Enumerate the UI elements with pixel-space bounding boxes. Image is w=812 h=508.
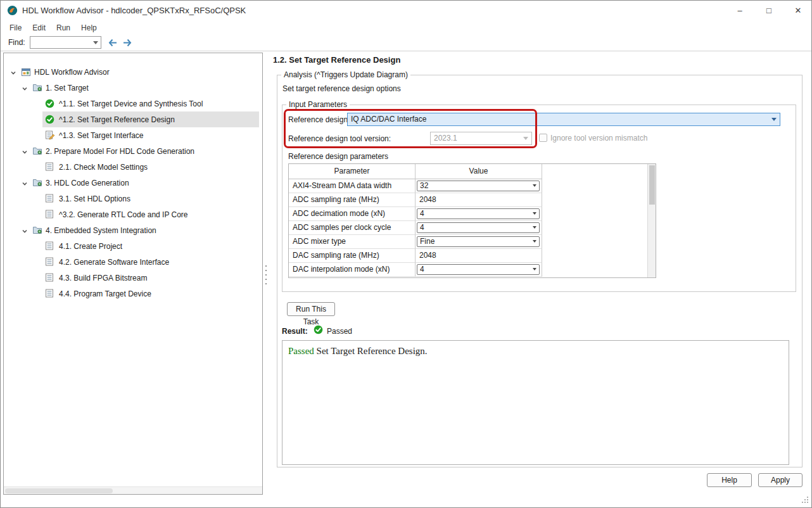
tree-item-2-1-check-model-settings[interactable]: 2.1. Check Model Settings (4, 159, 261, 175)
tool-version-value: 2023.1 (434, 132, 457, 144)
chevron-down-icon[interactable] (771, 118, 777, 121)
find-next-button[interactable] (120, 36, 133, 49)
scrollbar-thumb[interactable] (649, 165, 655, 205)
tree-item-prepare-model[interactable]: 2. Prepare Model For HDL Code Generation (4, 143, 261, 159)
resize-grip[interactable] (801, 495, 809, 506)
folder-icon (32, 83, 42, 94)
value-dropdown[interactable]: 4 (417, 264, 540, 275)
chevron-down-icon[interactable] (533, 226, 536, 229)
table-row: DAC sampling rate (MHz) 2048 (289, 249, 542, 263)
task-icon (45, 210, 54, 220)
value-dropdown[interactable]: Fine (417, 236, 540, 247)
task-icon (45, 289, 54, 300)
chevron-down-icon[interactable] (22, 85, 28, 94)
chevron-down-icon[interactable] (22, 180, 28, 189)
passed-check-icon (45, 115, 54, 126)
chevron-down-icon[interactable] (533, 212, 536, 215)
find-input[interactable] (32, 37, 91, 48)
tree-item-4-2-generate-software-interface[interactable]: 4.2. Generate Software Interface (4, 254, 261, 270)
passed-check-icon (314, 325, 323, 336)
parameter-cell: ADC mixer type (289, 235, 416, 249)
hdl-workflow-advisor-window: HDL Workflow Advisor - hdlcoder_QPSKTxRx… (0, 0, 812, 508)
tree-item-4-1-create-project[interactable]: 4.1. Create Project (4, 238, 261, 254)
table-row: ADC sampling rate (MHz) 2048 (289, 193, 542, 207)
tree-item-label: 4.3. Build FPGA Bitstream (59, 274, 147, 283)
chevron-down-icon[interactable] (10, 69, 16, 78)
reference-design-select[interactable]: IQ ADC/DAC Interface (347, 113, 780, 126)
tree-item-3-2-generate-rtl-code[interactable]: ^3.2. Generate RTL Code and IP Core (4, 206, 261, 222)
value-dropdown[interactable]: 4 (417, 208, 540, 219)
parameter-cell: AXI4-Stream DMA data width (289, 179, 416, 193)
find-toolbar: Find: (1, 35, 811, 51)
value-cell: 32 (416, 179, 542, 193)
ignore-tool-version-label: Ignore tool version mismatch (550, 134, 647, 143)
tree-item-embedded-system-integration[interactable]: 4. Embedded System Integration (4, 222, 261, 238)
tree-item-4-3-build-fpga-bitstream[interactable]: 4.3. Build FPGA Bitstream (4, 270, 261, 286)
tree-item-label: 4.4. Program Target Device (59, 289, 151, 298)
reference-design-value: IQ ADC/DAC Interface (351, 113, 426, 125)
find-combobox[interactable] (30, 36, 101, 49)
chevron-down-icon[interactable] (533, 268, 536, 270)
help-button[interactable]: Help (707, 473, 752, 487)
analysis-group-label: Analysis (^Triggers Update Diagram) (281, 70, 410, 79)
value-dropdown[interactable]: 4 (417, 222, 540, 233)
find-previous-button[interactable] (106, 36, 119, 49)
scrollbar-thumb[interactable] (5, 488, 113, 493)
chevron-down-icon[interactable] (533, 184, 536, 187)
tree-item-set-target[interactable]: 1. Set Target (4, 80, 261, 96)
reference-design-parameters-table: Parameter Value AXI4-Stream DMA data wid… (288, 163, 656, 278)
tree-item-label: ^1.2. Set Target Reference Design (59, 115, 175, 124)
chevron-down-icon[interactable] (533, 240, 536, 243)
tree-item-label: ^1.1. Set Target Device and Synthesis To… (59, 99, 203, 108)
tree-item-1-3-set-target-interface[interactable]: ^1.3. Set Target Interface (4, 127, 261, 143)
minimize-button[interactable]: – (725, 1, 754, 21)
tree-item-hdl-code-generation[interactable]: 3. HDL Code Generation (4, 175, 261, 191)
window-title: HDL Workflow Advisor - hdlcoder_QPSKTxRx… (22, 1, 246, 21)
value-field[interactable]: 2048 (419, 249, 436, 262)
table-row: ADC mixer type Fine (289, 235, 542, 249)
tree-item-label: 4.1. Create Project (59, 242, 122, 251)
back-arrow-icon (108, 39, 118, 47)
tree-horizontal-scrollbar[interactable] (4, 486, 262, 494)
ignore-tool-version-checkbox[interactable] (539, 134, 547, 142)
options-description: Set target reference design options (282, 84, 401, 93)
apply-button[interactable]: Apply (758, 473, 802, 487)
table-row: DAC interpolation mode (xN) 4 (289, 263, 542, 277)
table-vertical-scrollbar[interactable] (647, 164, 656, 277)
tool-version-select[interactable]: 2023.1 (430, 132, 532, 145)
tree-item-1-2-set-target-reference-design[interactable]: ^1.2. Set Target Reference Design (4, 111, 261, 127)
chevron-down-icon[interactable] (22, 148, 28, 157)
reference-design-label: Reference design: (288, 115, 350, 124)
report-status-word: Passed (288, 346, 314, 356)
menu-help[interactable]: Help (80, 23, 98, 32)
chevron-down-icon[interactable] (93, 41, 98, 44)
menu-run[interactable]: Run (55, 23, 72, 32)
run-this-task-button[interactable]: Run This Task (287, 302, 335, 316)
menu-edit[interactable]: Edit (31, 23, 47, 32)
parameter-cell: ADC samples per clock cycle (289, 221, 416, 235)
tree-item-4-4-program-target-device[interactable]: 4.4. Program Target Device (4, 286, 261, 302)
panel-splitter[interactable] (263, 264, 269, 286)
tree-item-hdl-workflow-advisor[interactable]: HDL Workflow Advisor (4, 64, 261, 80)
close-button[interactable]: ✕ (783, 1, 812, 21)
parameter-cell: ADC decimation mode (xN) (289, 207, 416, 221)
result-label: Result: (282, 327, 308, 336)
value-cell: 2048 (416, 193, 542, 207)
tree-item-1-1-set-target-device[interactable]: ^1.1. Set Target Device and Synthesis To… (4, 96, 261, 111)
tree-item-3-1-set-hdl-options[interactable]: 3.1. Set HDL Options (4, 191, 261, 206)
tree-item-label: 2. Prepare Model For HDL Code Generation (46, 147, 194, 156)
folder-icon (32, 178, 42, 189)
titlebar: HDL Workflow Advisor - hdlcoder_QPSKTxRx… (1, 1, 811, 21)
task-icon (45, 194, 54, 205)
toolbar-separator (1, 51, 811, 51)
maximize-button[interactable]: □ (754, 1, 783, 21)
value-dropdown[interactable]: 32 (417, 181, 540, 191)
column-header-parameter: Parameter (289, 164, 416, 179)
value-cell: 4 (416, 263, 542, 277)
chevron-down-icon[interactable] (22, 227, 28, 236)
menu-file[interactable]: File (8, 23, 23, 32)
value-field[interactable]: 2048 (419, 193, 436, 206)
task-icon (45, 241, 54, 252)
table-row: ADC samples per clock cycle 4 (289, 221, 542, 235)
tree-item-label: HDL Workflow Advisor (34, 68, 110, 77)
